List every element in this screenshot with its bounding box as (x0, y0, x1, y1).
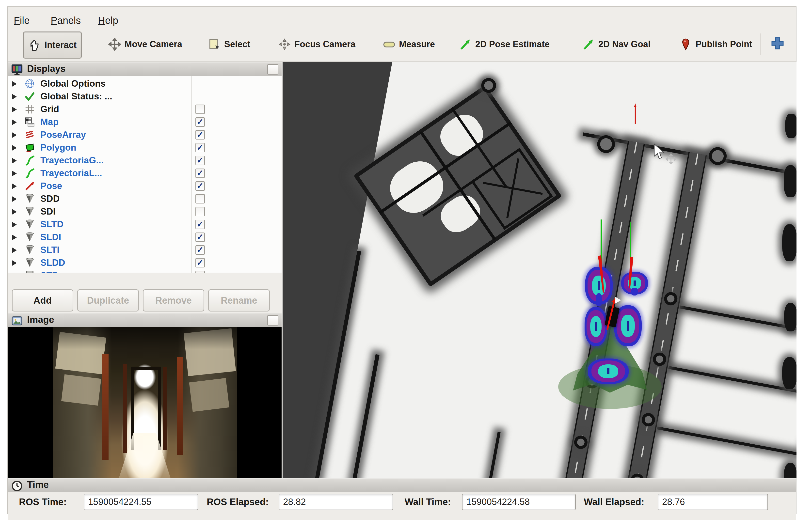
display-row-global-options[interactable]: Global Options (8, 77, 281, 90)
expand-arrow-icon[interactable] (12, 132, 17, 138)
display-row-sltd[interactable]: SLTD✓ (8, 218, 281, 231)
tool-publish-point[interactable]: Publish Point (675, 31, 757, 57)
obstacle-slit (595, 322, 597, 331)
menu-panels[interactable]: Panels (49, 13, 82, 28)
enabled-checkbox[interactable]: ✓ (195, 181, 205, 191)
expand-arrow-icon[interactable] (12, 234, 17, 240)
enabled-checkbox[interactable]: ✓ (195, 233, 205, 242)
display-row-sdd[interactable]: SDD (8, 192, 281, 205)
tool-move-camera[interactable]: Move Camera (104, 31, 187, 57)
menu-help[interactable]: Help (97, 13, 120, 28)
rename-button[interactable]: Rename (208, 289, 270, 311)
door-frame-right (177, 357, 183, 455)
display-row-grid[interactable]: Grid (8, 103, 281, 116)
display-row-map[interactable]: Map✓ (8, 116, 281, 129)
display-row-trayectoriag[interactable]: TrayectoriaG...✓ (8, 154, 281, 167)
3d-view[interactable] (282, 62, 797, 478)
enabled-checkbox[interactable]: ✓ (195, 220, 205, 229)
expand-arrow-icon[interactable] (12, 119, 17, 125)
disabled-checkbox[interactable] (195, 105, 205, 114)
displays-panel-header: Displays (8, 62, 281, 76)
costmap-inflation-ring (592, 361, 625, 382)
wall-time-label: Wall Time: (405, 497, 451, 508)
cone-icon (24, 232, 35, 243)
obstacle-slit (627, 321, 629, 330)
expand-arrow-icon[interactable] (12, 273, 17, 273)
display-row-sldd[interactable]: SLDD✓ (8, 256, 281, 269)
costmap-blob (584, 307, 607, 346)
hand-icon (28, 39, 41, 52)
enabled-checkbox[interactable]: ✓ (195, 117, 205, 127)
blob-notch (631, 288, 638, 295)
wall-time-field[interactable]: 1590054224.58 (462, 494, 576, 510)
enabled-checkbox[interactable]: ✓ (195, 271, 205, 273)
enabled-checkbox[interactable]: ✓ (195, 258, 205, 267)
cone-icon (24, 257, 35, 268)
notice-board (61, 374, 101, 406)
image-float-button[interactable] (267, 315, 278, 325)
polygon-icon (24, 142, 35, 153)
expand-arrow-icon[interactable] (12, 247, 17, 253)
obstacle-slit (607, 368, 609, 374)
cone-icon (24, 193, 35, 204)
pose-icon (24, 180, 35, 192)
expand-arrow-icon[interactable] (12, 171, 17, 176)
display-row-global-status[interactable]: Global Status: ... (8, 90, 281, 103)
costmap-blob (621, 272, 648, 295)
duplicate-button[interactable]: Duplicate (77, 289, 139, 311)
ros-time-field[interactable]: 1590054224.55 (84, 494, 198, 510)
expand-arrow-icon[interactable] (12, 94, 17, 100)
expand-arrow-icon[interactable] (12, 209, 17, 215)
menu-file[interactable]: File (12, 13, 31, 28)
expand-arrow-icon[interactable] (12, 106, 17, 113)
display-row-sdi[interactable]: SDI (8, 205, 281, 218)
tool-select[interactable]: Select (204, 31, 255, 57)
disabled-checkbox[interactable] (195, 207, 205, 216)
expand-arrow-icon[interactable] (12, 81, 17, 87)
add-button[interactable]: Add (12, 289, 73, 311)
enabled-checkbox[interactable]: ✓ (195, 130, 205, 139)
costmap-blob (585, 267, 613, 305)
enabled-checkbox[interactable]: ✓ (195, 245, 205, 255)
focus-icon (278, 38, 291, 51)
display-row-slti[interactable]: SLTI✓ (8, 244, 281, 256)
enabled-checkbox[interactable]: ✓ (195, 143, 205, 152)
display-row-std[interactable]: STD✓ (8, 269, 281, 273)
remove-button[interactable]: Remove (143, 289, 204, 311)
wall-elapsed-field[interactable]: 28.76 (658, 494, 768, 510)
expand-arrow-icon[interactable] (12, 260, 17, 266)
displays-float-button[interactable] (267, 64, 278, 75)
tool-2d-pose-estimate[interactable]: 2D Pose Estimate (454, 31, 554, 57)
tool-focus-camera[interactable]: Focus Camera (274, 31, 360, 57)
tool-2d-nav-goal[interactable]: 2D Nav Goal (578, 31, 655, 57)
display-row-posearray[interactable]: PoseArray✓ (8, 129, 281, 141)
tool-measure[interactable]: Measure (378, 31, 439, 57)
expand-arrow-icon[interactable] (12, 145, 17, 151)
expand-arrow-icon[interactable] (12, 196, 17, 202)
display-row-trayectorial[interactable]: TrayectoriaL...✓ (8, 167, 281, 180)
enabled-checkbox[interactable]: ✓ (195, 168, 205, 178)
add-tool-button[interactable] (770, 35, 785, 51)
time-panel-body: ROS Time:1590054224.55ROS Elapsed:28.82W… (8, 493, 796, 520)
display-row-sldi[interactable]: SLDI✓ (8, 231, 281, 244)
expand-arrow-icon[interactable] (12, 222, 17, 227)
map-edge-obstacle (784, 303, 797, 332)
display-row-polygon[interactable]: Polygon✓ (8, 141, 281, 154)
menu-bar: FilePanelsHelp (8, 13, 796, 28)
obstacle-core (621, 315, 635, 337)
disabled-checkbox[interactable] (195, 194, 205, 204)
toolbar-separator (760, 33, 761, 55)
door-frame-right (163, 367, 166, 450)
tool-interact[interactable]: Interact (23, 31, 82, 59)
expand-arrow-icon[interactable] (12, 183, 17, 189)
measure-icon (383, 38, 395, 51)
ros-elapsed-label: ROS Elapsed: (207, 497, 269, 508)
plus-icon (770, 35, 785, 51)
expand-arrow-icon[interactable] (12, 158, 17, 164)
display-row-pose[interactable]: Pose✓ (8, 180, 281, 192)
corridor-camera-frame (53, 327, 237, 478)
map-edge-obstacle (782, 357, 797, 389)
ros-elapsed-field[interactable]: 28.82 (279, 494, 393, 510)
map-edge-obstacle (784, 165, 797, 197)
enabled-checkbox[interactable]: ✓ (195, 156, 205, 165)
